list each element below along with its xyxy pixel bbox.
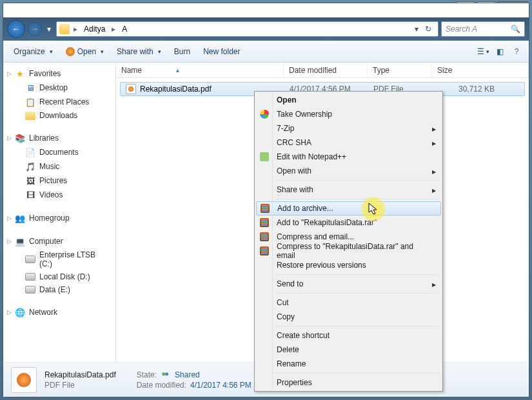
sidebar-item-label: Downloads xyxy=(39,111,77,120)
cm-7zip[interactable]: 7-Zip xyxy=(256,121,441,135)
details-state-value: Shared xyxy=(175,370,200,379)
documents-icon: 📄 xyxy=(25,147,35,157)
cm-properties[interactable]: Properties xyxy=(256,375,441,390)
sidebar-item-label: Data (E:) xyxy=(39,285,70,294)
sort-indicator-icon: ▲ xyxy=(175,67,181,74)
refresh-button[interactable]: ↻ xyxy=(421,25,435,34)
cm-shortcut[interactable]: Create shortcut xyxy=(256,328,441,343)
address-dropdown[interactable]: ▾ xyxy=(415,25,419,34)
details-modified-value: 4/1/2017 4:56 PM xyxy=(190,381,251,390)
preview-pane-button[interactable]: ◧ xyxy=(493,45,507,59)
winrar-icon xyxy=(260,203,270,214)
cm-separator xyxy=(275,180,440,181)
breadcrumb-arrow[interactable]: ▸ xyxy=(110,25,117,34)
winrar-icon xyxy=(259,246,270,256)
cm-copy[interactable]: Copy xyxy=(256,310,441,324)
cm-sharewith[interactable]: Share with xyxy=(256,183,441,197)
sidebar-label: Homegroup xyxy=(29,214,70,223)
column-label: Name xyxy=(121,66,142,75)
sidebar-item-music[interactable]: 🎵Music xyxy=(3,159,115,174)
cm-compress-rar-email[interactable]: Compress to "RekapitulasiData.rar" and e… xyxy=(256,244,441,258)
open-button[interactable]: Open xyxy=(61,45,109,59)
column-size[interactable]: Size xyxy=(432,63,529,77)
breadcrumb-arrow[interactable]: ▸ xyxy=(72,25,79,34)
search-input[interactable]: Search A 🔍 xyxy=(441,21,525,37)
cm-crcsha[interactable]: CRC SHA xyxy=(256,135,441,150)
sidebar-item-drive-e[interactable]: Data (E:) xyxy=(3,283,115,296)
sidebar-label: Network xyxy=(29,308,57,317)
sidebar-item-downloads[interactable]: Downloads xyxy=(3,109,115,122)
breadcrumb-seg[interactable]: A xyxy=(119,23,130,35)
cm-sendto[interactable]: Send to xyxy=(256,277,441,291)
drive-icon xyxy=(25,273,35,281)
column-headers: Name▲ Date modified Type Size xyxy=(116,63,529,78)
view-button[interactable]: ☰ xyxy=(476,45,490,59)
sidebar-item-label: Desktop xyxy=(39,83,68,92)
videos-icon: 🎞 xyxy=(25,190,35,200)
firefox-icon xyxy=(66,47,75,56)
cm-take-ownership[interactable]: Take Ownership xyxy=(256,107,441,121)
newfolder-button[interactable]: New folder xyxy=(198,45,245,59)
sidebar-item-pictures[interactable]: 🖼Pictures xyxy=(3,174,115,188)
history-dropdown[interactable]: ▾ xyxy=(44,23,54,35)
cm-label: Compress to "RekapitulasiData.rar" and e… xyxy=(277,242,429,260)
drive-icon xyxy=(25,255,35,263)
sidebar-computer[interactable]: ▷💻Computer xyxy=(3,234,115,248)
cm-openwith[interactable]: Open with xyxy=(256,164,441,178)
cm-rename[interactable]: Rename xyxy=(256,357,441,371)
back-button[interactable]: ← xyxy=(7,20,25,38)
sidebar-item-drive-d[interactable]: Local Disk (D:) xyxy=(3,270,115,283)
cm-delete[interactable]: Delete xyxy=(256,343,441,357)
submenu-arrow-icon xyxy=(432,185,436,194)
cm-cut[interactable]: Cut xyxy=(256,295,441,310)
sidebar-libraries[interactable]: ▷📚Libraries xyxy=(3,131,115,145)
cm-label: Take Ownership xyxy=(277,110,332,119)
sidebar-network[interactable]: ▷🌐Network xyxy=(3,305,115,319)
organize-button[interactable]: Organize xyxy=(8,45,58,59)
notepadpp-icon xyxy=(259,152,270,162)
address-field[interactable]: ▸ Aditya ▸ A ▾ ↻ xyxy=(56,21,438,37)
details-state-label: State: xyxy=(137,370,157,379)
forward-button[interactable]: → xyxy=(28,22,42,36)
submenu-arrow-icon xyxy=(432,166,436,175)
sidebar-item-label: Documents xyxy=(39,148,79,157)
sidebar-homegroup[interactable]: ▷👥Homegroup xyxy=(3,211,115,225)
column-date[interactable]: Date modified xyxy=(284,63,368,77)
sidebar-item-recent[interactable]: 📋Recent Places xyxy=(3,95,115,109)
sidebar-item-drive-c[interactable]: Enterprise LTSB (C:) xyxy=(3,248,115,270)
computer-icon: 💻 xyxy=(15,236,25,246)
file-name: RekapitulasiData.pdf xyxy=(140,85,212,94)
cm-separator xyxy=(275,373,440,374)
cm-open[interactable]: Open xyxy=(256,93,441,107)
sidebar-item-desktop[interactable]: 🖥Desktop xyxy=(3,81,115,95)
cm-add-rar[interactable]: Add to "RekapitulasiData.rar" xyxy=(256,215,441,230)
details-filename: RekapitulasiData.pdf xyxy=(44,370,116,379)
details-filetype: PDF File xyxy=(44,381,116,390)
breadcrumb-seg[interactable]: Aditya xyxy=(81,23,108,35)
cm-add-archive[interactable]: Add to archive... xyxy=(256,201,441,215)
burn-button[interactable]: Burn xyxy=(169,45,195,59)
help-button[interactable]: ? xyxy=(509,45,524,59)
cm-separator xyxy=(275,274,440,275)
column-type[interactable]: Type xyxy=(368,63,432,77)
cm-label: Open with xyxy=(277,166,311,175)
sidebar-label: Favorites xyxy=(29,69,61,78)
cm-label: Send to xyxy=(277,279,303,288)
details-modified-label: Date modified: xyxy=(137,381,186,390)
cm-separator xyxy=(275,326,440,326)
cm-label: 7-Zip xyxy=(277,124,294,133)
sidebar-label: Libraries xyxy=(29,134,59,143)
sidebar-item-documents[interactable]: 📄Documents xyxy=(3,145,115,159)
sidebar-item-videos[interactable]: 🎞Videos xyxy=(3,188,115,202)
sidebar-item-label: Videos xyxy=(39,190,63,199)
pdf-icon xyxy=(126,84,136,94)
cm-label: Share with xyxy=(277,185,313,194)
sidebar-item-label: Music xyxy=(39,162,59,171)
share-button[interactable]: Share with xyxy=(112,45,166,59)
network-icon: 🌐 xyxy=(15,307,25,317)
cm-notepadpp[interactable]: Edit with Notepad++ xyxy=(256,150,441,164)
cm-restore[interactable]: Restore previous versions xyxy=(256,258,441,272)
sidebar: ▷★Favorites 🖥Desktop 📋Recent Places Down… xyxy=(3,63,116,362)
sidebar-favorites[interactable]: ▷★Favorites xyxy=(3,66,115,81)
column-name[interactable]: Name▲ xyxy=(116,63,284,77)
